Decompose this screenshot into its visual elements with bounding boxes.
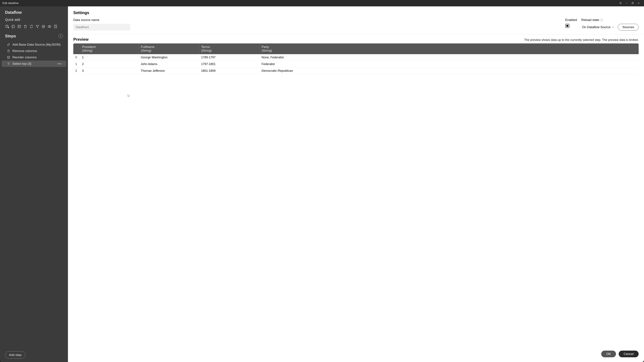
reorder-columns-icon[interactable]	[17, 24, 22, 29]
step-icon	[7, 62, 10, 65]
step-icon	[7, 49, 10, 53]
reload-state-label: Reload state i	[581, 18, 639, 22]
step-item[interactable]: Remove columns	[2, 48, 66, 54]
join-icon[interactable]	[47, 24, 52, 29]
sidebar-title: Dataflow	[5, 10, 63, 15]
svg-rect-12	[12, 25, 14, 28]
step-label: Reorder columns	[12, 55, 37, 59]
svg-point-16	[42, 25, 45, 28]
filter-icon[interactable]	[35, 24, 40, 29]
column-header[interactable]: Party(String)	[260, 43, 639, 54]
enabled-checkbox[interactable]	[565, 24, 569, 28]
sidebar: Dataflow Quick add Steps Add Base Data S…	[0, 6, 68, 362]
svg-rect-4	[632, 3, 633, 4]
cell: Democratic-Republican	[260, 67, 639, 74]
step-label: Add Base Data Source (MyJSON)	[12, 43, 60, 46]
preview-note: The preview shows data up to the current…	[524, 38, 639, 42]
step-label: Select top (3)	[12, 62, 31, 65]
step-item[interactable]: Add Base Data Source (MyJSON)	[2, 41, 66, 48]
cell: 3	[80, 67, 139, 74]
svg-rect-34	[8, 56, 10, 58]
quick-add-label: Quick add	[5, 18, 63, 22]
row-index: 1	[73, 61, 80, 67]
settings-heading: Settings	[73, 10, 639, 15]
info-icon[interactable]: i	[600, 18, 603, 21]
step-icon	[7, 43, 10, 46]
table-row[interactable]: 01George Washington1789-1797None, Federa…	[73, 54, 639, 61]
add-step-button[interactable]: Add step	[5, 351, 25, 359]
minimize-button[interactable]	[624, 0, 630, 6]
cell: John Adams	[139, 61, 199, 67]
column-header[interactable]: Terms(String)	[199, 43, 260, 54]
column-header[interactable]: FullName(String)	[139, 43, 199, 54]
svg-point-1	[620, 3, 621, 4]
cell: None, Federalist	[260, 54, 639, 61]
cancel-button[interactable]: Cancel	[619, 351, 639, 357]
cell: George Washington	[139, 54, 199, 61]
settings-section: Settings Data source name Enabled Reload…	[68, 6, 644, 34]
cell: 2	[80, 61, 139, 67]
row-index: 2	[73, 67, 80, 74]
dialog-footer: OK Cancel	[68, 347, 644, 362]
table-row[interactable]: 23Thomas Jefferson1801-1809Democratic-Re…	[73, 67, 639, 74]
svg-rect-14	[18, 25, 21, 28]
cell: Federalist	[260, 61, 639, 67]
cell: 1797-1801	[199, 61, 260, 67]
window-title: Edit dataflow	[2, 1, 18, 5]
more-icon[interactable]	[58, 63, 61, 64]
quick-add-toolbar	[5, 24, 63, 29]
add-data-source-icon[interactable]	[5, 24, 10, 29]
close-button[interactable]	[636, 0, 642, 6]
main-panel: Settings Data source name Enabled Reload…	[68, 6, 644, 362]
refresh-icon[interactable]	[29, 24, 34, 29]
step-icon	[7, 55, 10, 59]
group-icon[interactable]	[41, 24, 46, 29]
step-item[interactable]: Select top (3)	[2, 60, 66, 67]
remove-columns-icon[interactable]	[23, 24, 28, 29]
ok-button[interactable]: OK	[601, 351, 616, 357]
cell: Thomas Jefferson	[139, 67, 199, 74]
data-source-name-input[interactable]	[73, 24, 130, 30]
preview-table: President(String)FullName(String)Terms(S…	[73, 43, 639, 74]
index-header	[73, 43, 80, 54]
cell: 1801-1809	[199, 67, 260, 74]
step-label: Remove columns	[12, 49, 37, 53]
steps-heading: Steps	[5, 34, 58, 38]
maximize-button[interactable]	[630, 0, 636, 6]
cell: 1789-1797	[199, 54, 260, 61]
calculate-icon[interactable]	[53, 24, 58, 29]
sources-button[interactable]: Sources	[618, 24, 639, 30]
svg-rect-21	[54, 25, 57, 28]
column-header[interactable]: President(String)	[80, 43, 139, 54]
rename-columns-icon[interactable]	[11, 24, 16, 29]
row-index: 0	[73, 54, 80, 61]
preview-heading: Preview	[73, 37, 524, 42]
svg-rect-7	[6, 25, 8, 27]
steps-list: Add Base Data Source (MyJSON)Remove colu…	[0, 41, 68, 348]
table-row[interactable]: 12John Adams1797-1801Federalist	[73, 61, 639, 67]
add-step-icon[interactable]	[58, 34, 63, 38]
help-button[interactable]	[618, 0, 624, 6]
step-item[interactable]: Reorder columns	[2, 54, 66, 60]
titlebar: Edit dataflow	[0, 0, 644, 6]
data-source-name-label: Data source name	[73, 18, 130, 22]
cell: 1	[80, 54, 139, 61]
enabled-label: Enabled	[565, 18, 577, 22]
reload-state-select[interactable]: On Dataflow Source	[581, 24, 615, 30]
